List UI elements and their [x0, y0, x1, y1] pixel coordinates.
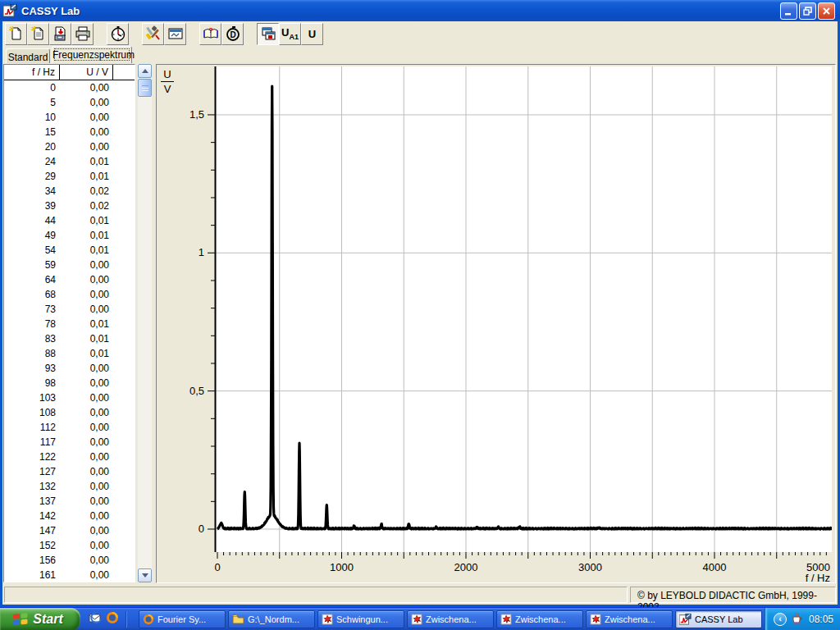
- restore-button[interactable]: [799, 2, 816, 20]
- table-row[interactable]: 680,00: [4, 287, 135, 302]
- table-row[interactable]: 1560,00: [4, 553, 135, 568]
- table-row[interactable]: 640,00: [4, 272, 135, 287]
- table-row[interactable]: 200,00: [4, 139, 135, 154]
- java-icon[interactable]: [791, 612, 803, 627]
- table-row[interactable]: 1320,00: [4, 479, 135, 494]
- new-file-button[interactable]: [5, 23, 27, 45]
- table-row[interactable]: 1610,00: [4, 568, 135, 582]
- task-button-zwischena[interactable]: Zwischena...: [496, 610, 583, 628]
- cell-voltage: 0,00: [60, 302, 113, 317]
- task-button-zwischena[interactable]: Zwischena...: [586, 610, 673, 628]
- table-row[interactable]: 880,01: [4, 346, 135, 361]
- cell-frequency: 29: [4, 169, 60, 184]
- table-row[interactable]: 150,00: [4, 125, 135, 139]
- cell-frequency: 103: [4, 390, 60, 405]
- table-row[interactable]: 290,01: [4, 169, 135, 184]
- window-title: CASSY Lab: [21, 5, 780, 17]
- table-row[interactable]: 1080,00: [4, 405, 135, 420]
- open-file-button[interactable]: [27, 23, 49, 45]
- x-tick-label: 3000: [578, 561, 602, 573]
- cell-frequency: 137: [4, 494, 60, 509]
- close-button[interactable]: [818, 2, 835, 20]
- table-row[interactable]: 780,01: [4, 317, 135, 331]
- table-row[interactable]: 100,00: [4, 110, 135, 125]
- table-row[interactable]: 390,02: [4, 199, 135, 213]
- firefox-icon[interactable]: [106, 611, 119, 627]
- table-row[interactable]: 240,01: [4, 154, 135, 169]
- tray-chevron-button[interactable]: ‹: [774, 613, 787, 626]
- cell-voltage: 0,00: [60, 509, 113, 523]
- table-row[interactable]: 1030,00: [4, 390, 135, 405]
- cell-frequency: 24: [4, 154, 60, 169]
- task-button-zwischena[interactable]: Zwischena...: [407, 610, 494, 628]
- x-tick-label: 4000: [703, 561, 727, 573]
- table-row[interactable]: 540,01: [4, 243, 135, 258]
- channel-ua1-button[interactable]: UA1: [279, 23, 301, 45]
- start-button[interactable]: Start: [0, 608, 80, 630]
- table-row[interactable]: 340,02: [4, 184, 135, 199]
- y-tick-label: 0: [199, 523, 204, 535]
- arrow-up-icon: [142, 69, 148, 73]
- minimize-button[interactable]: [780, 2, 797, 20]
- column-header-f[interactable]: f / Hz: [4, 65, 60, 80]
- table-row[interactable]: 440,01: [4, 213, 135, 228]
- cell-voltage: 0,00: [60, 110, 113, 125]
- tab-standard[interactable]: Standard: [6, 48, 50, 63]
- taskbar-separator: [126, 611, 127, 628]
- task-button-fourier-sy[interactable]: Fourier Sy...: [139, 610, 226, 628]
- scroll-up-button[interactable]: [138, 64, 152, 78]
- firefox-icon: [143, 614, 154, 625]
- cell-frequency: 108: [4, 405, 60, 420]
- table-row[interactable]: 1170,00: [4, 435, 135, 450]
- save-file-button[interactable]: [49, 23, 71, 45]
- chart-panel[interactable]: U V 00,511,5010002000300040005000f / Hz: [156, 64, 836, 583]
- frequency-spectrum-chart[interactable]: 00,511,5010002000300040005000f / Hz: [157, 65, 835, 582]
- table-row[interactable]: 1220,00: [4, 450, 135, 464]
- task-button-schwingun[interactable]: Schwingun...: [317, 610, 404, 628]
- table-row[interactable]: 00,00: [4, 80, 135, 95]
- cell-voltage: 0,00: [60, 361, 113, 376]
- help-book-button[interactable]: ?: [199, 23, 221, 45]
- table-row[interactable]: 980,00: [4, 376, 135, 390]
- content-area: f / Hz U / V 00,0050,00100,00150,00200,0…: [2, 63, 838, 584]
- table-row[interactable]: 1370,00: [4, 494, 135, 509]
- cell-voltage: 0,00: [60, 405, 113, 420]
- table-row[interactable]: 590,00: [4, 258, 135, 272]
- scrollbar-thumb[interactable]: [138, 79, 152, 97]
- table-row[interactable]: 730,00: [4, 302, 135, 317]
- task-button-g-nordm[interactable]: G:\_Nordm...: [228, 610, 315, 628]
- channel-u-button[interactable]: U: [301, 23, 323, 45]
- table-row[interactable]: 930,00: [4, 361, 135, 376]
- cell-frequency: 44: [4, 213, 60, 228]
- task-label: CASSY Lab: [695, 614, 743, 624]
- table-row[interactable]: 1120,00: [4, 420, 135, 435]
- titlebar[interactable]: CASSY Lab: [0, 0, 840, 21]
- scroll-down-button[interactable]: [138, 568, 152, 582]
- table-row[interactable]: 490,01: [4, 228, 135, 243]
- table-row[interactable]: 1470,00: [4, 523, 135, 538]
- task-button-cassy-lab[interactable]: CASSY Lab: [675, 610, 762, 628]
- cell-frequency: 78: [4, 317, 60, 331]
- cell-voltage: 0,00: [60, 125, 113, 139]
- settings-tools-button[interactable]: [142, 23, 164, 45]
- outlook-express-icon[interactable]: [89, 612, 103, 627]
- column-header-u[interactable]: U / V: [60, 65, 113, 80]
- cell-frequency: 112: [4, 420, 60, 435]
- print-button[interactable]: [71, 23, 94, 45]
- table-row[interactable]: 830,01: [4, 331, 135, 346]
- cell-voltage: 0,00: [60, 80, 113, 95]
- cascade-windows-button[interactable]: [257, 23, 279, 45]
- plot-area[interactable]: [215, 66, 832, 552]
- tab-frequenzspektrum[interactable]: Frequenzspektrum: [52, 46, 132, 63]
- table-row[interactable]: 1420,00: [4, 509, 135, 523]
- display-window-button[interactable]: [164, 23, 186, 45]
- table-header[interactable]: f / Hz U / V: [4, 65, 135, 80]
- table-row[interactable]: 1270,00: [4, 464, 135, 479]
- cell-frequency: 34: [4, 184, 60, 199]
- measure-clock-button[interactable]: [107, 23, 129, 45]
- ld-didactic-button[interactable]: D: [221, 23, 244, 45]
- table-scrollbar[interactable]: [138, 64, 152, 582]
- status-pane-copyright: © by LEYBOLD DIDACTIC GmbH, 1999-2002: [630, 587, 836, 603]
- table-row[interactable]: 1520,00: [4, 538, 135, 553]
- table-row[interactable]: 50,00: [4, 95, 135, 110]
